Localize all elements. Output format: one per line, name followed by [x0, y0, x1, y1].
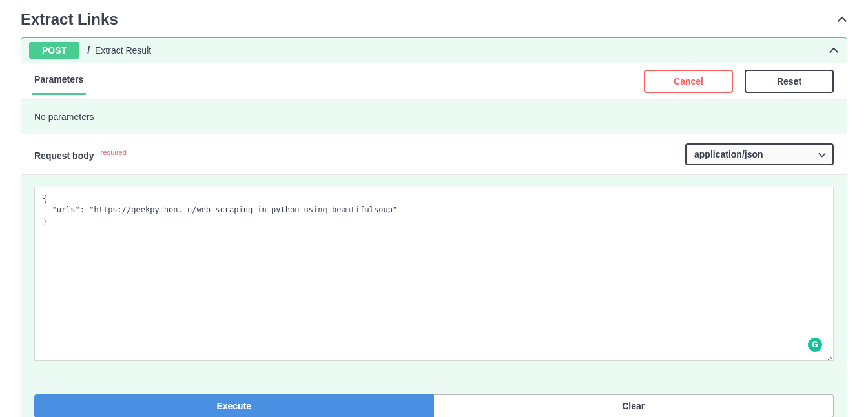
request-body-header: Request body required application/json — [21, 134, 847, 175]
tab-underline — [32, 93, 86, 95]
required-tag: required — [100, 148, 126, 156]
clear-button[interactable]: Clear — [434, 394, 834, 417]
reset-button[interactable]: Reset — [745, 70, 834, 93]
execute-button[interactable]: Execute — [34, 394, 434, 417]
endpoint-summary: Extract Result — [95, 45, 151, 56]
path-slash: / — [87, 45, 90, 56]
parameters-bar: Parameters Cancel Reset — [21, 63, 847, 99]
endpoint-topbar[interactable]: POST / Extract Result — [21, 38, 847, 63]
action-bar: Execute Clear — [21, 387, 847, 417]
tab-parameters-label: Parameters — [34, 74, 83, 85]
no-parameters-text: No parameters — [21, 100, 847, 134]
request-body-area-wrap: G — [21, 175, 847, 387]
cancel-button[interactable]: Cancel — [644, 70, 733, 93]
http-method-badge: POST — [29, 42, 79, 59]
section-header: Extract Links — [21, 10, 847, 28]
tab-parameters[interactable]: Parameters — [34, 74, 83, 88]
parameters-actions: Cancel Reset — [644, 70, 834, 93]
chevron-up-icon[interactable] — [837, 14, 847, 25]
section-title: Extract Links — [21, 10, 118, 28]
request-body-textarea[interactable] — [34, 187, 834, 361]
content-type-select[interactable]: application/json — [685, 143, 834, 165]
content-type-select-wrap: application/json — [685, 143, 834, 165]
chevron-up-icon[interactable] — [829, 45, 839, 56]
request-body-label: Request body required — [34, 148, 127, 161]
endpoint-panel: POST / Extract Result Parameters Cancel … — [21, 37, 847, 417]
grammarly-icon[interactable]: G — [808, 338, 822, 352]
